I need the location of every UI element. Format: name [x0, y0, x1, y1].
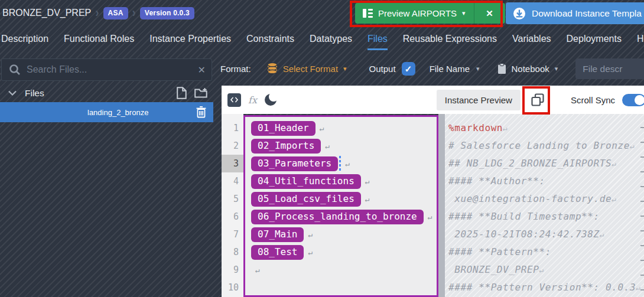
- return-mark: ↵: [612, 195, 616, 204]
- download-instance-template-button[interactable]: Download Instance Templa: [506, 2, 644, 24]
- file-sidebar: Search Files... ✕ Files landing_2_bronze: [0, 52, 213, 297]
- format-toolbar: Format: Select Format ▾ Output ✓ File Na…: [213, 52, 644, 86]
- instance-preview-button[interactable]: Instance Preview: [437, 90, 521, 110]
- download-button-label: Download Instance Templa: [532, 8, 642, 19]
- badge-asa: ASA: [103, 7, 128, 19]
- dark-mode-moon-icon[interactable]: [265, 94, 277, 106]
- tab-history[interactable]: History: [637, 28, 644, 50]
- tab-functional-roles[interactable]: Functional Roles: [64, 28, 134, 50]
- tab-bar: Description Functional Roles Instance Pr…: [0, 26, 644, 52]
- preview-button-group: Preview AIRPORTS ▾ ✕: [355, 3, 505, 24]
- section-token[interactable]: 04_Util_functions: [251, 174, 361, 189]
- output-checkbox[interactable]: ✓: [402, 62, 415, 76]
- scroll-sync-toggle[interactable]: [622, 94, 644, 106]
- line-number: 7: [222, 226, 243, 243]
- editor-body: 1 2 3 4 5 6 7 8 9 10 01_Header↵ 02_Impor…: [222, 114, 644, 297]
- preview-line: #### **Pattern**:: [445, 243, 644, 261]
- code-line: 08_Test↵: [245, 243, 437, 261]
- line-number: 5: [222, 190, 243, 208]
- line-number: 4: [222, 172, 243, 190]
- file-name-dropdown[interactable]: File Name ▾: [430, 64, 480, 74]
- section-token[interactable]: 03_Parameters: [251, 156, 338, 171]
- code-line: 03_Parameters↵: [245, 155, 437, 172]
- preview-line: #### **Build Timestamp**:: [445, 208, 644, 226]
- preview-airports-button[interactable]: Preview AIRPORTS ▾: [355, 3, 474, 24]
- chevron-down-icon: ▾: [462, 9, 466, 17]
- text-cursor: [339, 156, 341, 171]
- preview-line: #### **Author**:: [445, 172, 644, 190]
- return-mark: ↵: [630, 142, 635, 151]
- return-mark: ↵: [255, 266, 260, 275]
- tab-deployments[interactable]: Deployments: [567, 28, 622, 50]
- notebook-editor: fx Instance Preview Scroll Sync 1 2 3 4 …: [222, 86, 644, 297]
- return-mark: ↵: [365, 195, 370, 204]
- code-line: 07_Main↵: [245, 226, 437, 243]
- copy-icon[interactable]: [531, 93, 545, 107]
- fx-icon[interactable]: fx: [248, 94, 257, 106]
- line-number: 9: [222, 261, 243, 279]
- line-number: 6: [222, 208, 243, 226]
- return-mark: ↵: [612, 159, 616, 168]
- search-files-input[interactable]: Search Files... ✕: [1, 58, 212, 81]
- code-block-icon[interactable]: [227, 93, 241, 107]
- tab-constraints[interactable]: Constraints: [246, 28, 294, 50]
- files-root-label: Files: [25, 88, 177, 99]
- preview-line: # Salesforce Landing to Bronze↵: [445, 137, 644, 155]
- preview-button-label: Preview AIRPORTS: [378, 8, 457, 18]
- tab-datatypes[interactable]: Datatypes: [310, 28, 352, 50]
- output-label: Output: [369, 64, 396, 74]
- return-mark: ↵: [600, 230, 604, 239]
- code-line: 04_Util_functions↵: [245, 172, 437, 190]
- section-token[interactable]: 01_Header: [251, 121, 316, 136]
- select-format-dropdown[interactable]: Select Format ▾: [267, 63, 347, 75]
- section-token[interactable]: 07_Main: [251, 227, 304, 242]
- section-token[interactable]: 08_Test: [251, 245, 304, 260]
- line-number: 8: [222, 243, 243, 261]
- code-line: 02_Imports↵: [245, 137, 437, 155]
- chevron-down-icon: ▾: [343, 65, 347, 73]
- chevron-down-icon: ▾: [555, 65, 558, 73]
- section-token[interactable]: 06_Process_landing_to_bronze: [251, 210, 424, 224]
- tab-files[interactable]: Files: [367, 28, 388, 50]
- line-number: 2: [222, 137, 243, 155]
- files-tree-root[interactable]: Files: [0, 84, 213, 102]
- select-format-label: Select Format: [283, 64, 338, 74]
- code-line: 05_Load_csv_files↵: [245, 190, 437, 208]
- return-mark: ↵: [636, 283, 640, 292]
- new-file-icon[interactable]: [177, 87, 187, 99]
- code-editor-area[interactable]: 01_Header↵ 02_Imports↵ 03_Parameters↵ 04…: [243, 115, 438, 297]
- scrollbar-ticks[interactable]: [640, 127, 644, 297]
- section-token[interactable]: 02_Imports: [251, 139, 321, 154]
- search-icon: [9, 64, 21, 76]
- clear-search-icon[interactable]: ✕: [198, 64, 206, 76]
- file-item-landing-2-bronze[interactable]: landing_2_bronze: [0, 102, 213, 122]
- breadcrumb-separator-icon: ›: [132, 5, 136, 21]
- delete-file-icon[interactable]: [196, 106, 206, 118]
- new-folder-icon[interactable]: [194, 87, 207, 99]
- tab-description[interactable]: Description: [1, 28, 48, 50]
- file-description-input[interactable]: File descr: [575, 58, 644, 79]
- notebook-dropdown[interactable]: Notebook ▾: [497, 63, 558, 74]
- chevron-down-icon: ▾: [476, 65, 480, 73]
- tab-variables[interactable]: Variables: [512, 28, 551, 50]
- file-description-placeholder: File descr: [583, 64, 622, 74]
- return-mark: ↵: [428, 213, 432, 221]
- line-number-gutter: 1 2 3 4 5 6 7 8 9 10: [222, 114, 243, 297]
- close-preview-button[interactable]: ✕: [474, 8, 505, 19]
- tab-reusable-expressions[interactable]: Reusable Expressions: [403, 28, 497, 50]
- preview-line: xue@integration-factory.de↵: [445, 190, 644, 208]
- badge-version: Version 0.0.3: [140, 7, 194, 19]
- tab-instance-properties[interactable]: Instance Properties: [149, 28, 231, 50]
- section-token[interactable]: 05_Load_csv_files: [251, 192, 361, 207]
- panel-divider[interactable]: [438, 114, 445, 297]
- notebook-label: Notebook: [512, 64, 549, 74]
- return-mark: ↵: [308, 248, 313, 257]
- format-label: Format:: [220, 64, 251, 74]
- preview-line: 2025-10-21T08:24:42.738Z↵: [445, 226, 644, 243]
- file-name-label: File Name: [430, 64, 470, 74]
- return-mark: ↵: [325, 142, 330, 151]
- return-mark: ↵: [308, 230, 313, 239]
- return-mark: ↵: [345, 159, 350, 168]
- scroll-sync-label: Scroll Sync: [571, 95, 615, 105]
- line-number: 1: [222, 119, 243, 137]
